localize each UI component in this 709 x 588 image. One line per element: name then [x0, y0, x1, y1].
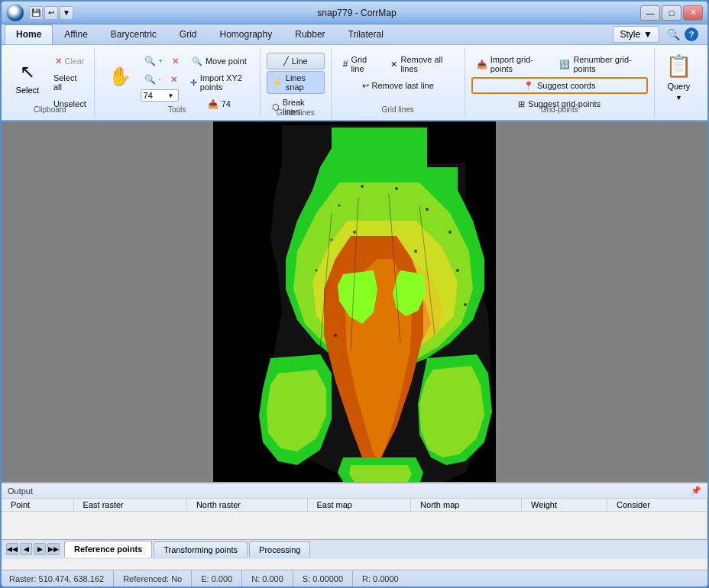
tab-nav-first[interactable]: ◀◀ [6, 543, 18, 555]
svg-point-32 [471, 338, 474, 341]
tab-trilateral[interactable]: Trilateral [337, 24, 395, 44]
suggest-coords-icon: 📍 [523, 81, 534, 91]
help-icon[interactable]: ? [685, 27, 698, 41]
status-referenced: Referenced: No [114, 570, 192, 586]
lines-snap-icon: ⚡ [272, 78, 283, 88]
remove-last-icon: ↩ [362, 81, 369, 91]
suggest-coords-button[interactable]: 📍 Suggest coords [471, 77, 648, 94]
svg-point-30 [316, 270, 318, 272]
save-icon[interactable]: 💾 [29, 6, 43, 20]
select-all-button[interactable]: Select all [48, 71, 92, 94]
query-button[interactable]: 📋 Query ▼ [659, 50, 699, 105]
tab-nav-last[interactable]: ▶▶ [47, 543, 60, 555]
tab-home[interactable]: Home [5, 24, 53, 44]
ribbon-group-guide-lines: ╱ Line ⚡ Lines snap ⬡ Break lines Guide … [261, 48, 332, 120]
tab-nav-next[interactable]: ▶ [34, 543, 46, 555]
content-area [2, 121, 707, 482]
output-panel: Output 📌 Point East raster North raster … [2, 482, 707, 570]
tab-barycentric[interactable]: Barycentric [99, 24, 168, 44]
ribbon-group-tools: ✋ 🔍 + ✕ 🔍 [95, 48, 261, 117]
output-header: Output 📌 [2, 483, 707, 499]
guide-lines-group-label: Guide lines [261, 108, 331, 117]
move-point-button[interactable]: ✛ Import XY2 points [185, 71, 254, 94]
remove-all-lines-button[interactable]: ✕ Remove all lines [385, 53, 458, 76]
line-button[interactable]: ╱ Line [267, 53, 325, 69]
svg-point-28 [331, 239, 333, 241]
pin-icon[interactable]: 📌 [691, 486, 701, 496]
status-bar: Raster: 510.474, 638.162 Referenced: No … [2, 570, 707, 586]
close-button[interactable]: ✕ [683, 5, 703, 21]
hand-tool-button[interactable]: ✋ [101, 50, 139, 103]
lines-snap-button[interactable]: ⚡ Lines snap [267, 71, 325, 94]
zoom-dropdown-icon[interactable]: ▼ [168, 92, 174, 99]
clipboard-group-label: Clipboard [6, 105, 94, 114]
output-table: Point East raster North raster East map … [2, 499, 707, 539]
col-weight: Weight [521, 499, 607, 512]
hand-icon: ✋ [108, 66, 131, 87]
x1-icon: ✕ [172, 57, 179, 66]
col-east-map: East map [307, 499, 411, 512]
col-east-raster: East raster [73, 499, 186, 512]
status-raster: Raster: 510.474, 638.162 [6, 570, 114, 586]
import-grid-points-button[interactable]: 📥 Import grid-points [471, 53, 552, 76]
move-point-label: Import XY2 points [200, 73, 248, 92]
magnifying-glass-label: Move point [206, 57, 247, 66]
tab-grid[interactable]: Grid [168, 24, 209, 44]
grid-line-button[interactable]: # Grid line [338, 53, 383, 76]
app-window: 💾 ↩ ▼ snap779 - CorrMap — □ ✕ Home Affin… [0, 0, 709, 588]
renumber-icon: 🔢 [559, 60, 570, 69]
tab-reference-points[interactable]: Reference points [64, 541, 152, 557]
ribbon-group-clipboard: ↖ Select ✕ Clear Select all Unselect [6, 48, 95, 117]
col-point: Point [2, 499, 73, 512]
status-north: N: 0.000 [242, 570, 293, 586]
svg-marker-22 [349, 465, 412, 482]
ribbon-tabs: Home Affine Barycentric Grid Homography … [2, 24, 707, 45]
maximize-button[interactable]: □ [662, 5, 681, 21]
query-icon: 📋 [665, 53, 692, 79]
app-logo [6, 4, 24, 22]
zoom-box: ▼ [141, 89, 179, 102]
clear-x-icon: ✕ [55, 57, 62, 66]
tab-processing[interactable]: Processing [249, 541, 310, 557]
grid-line-icon: # [343, 59, 348, 69]
zoom-in-icon: 🔍 [144, 56, 156, 66]
zoom-in-button[interactable]: 🔍 + [141, 53, 167, 69]
remove-last-line-button[interactable]: ↩ Remove last line [338, 77, 458, 94]
window-title: snap779 - CorrMap [73, 8, 640, 18]
zoom-out-icon: 🔍 [144, 74, 156, 85]
magnifying-glass-button[interactable]: 🔍 Move point [185, 53, 254, 69]
undo-icon[interactable]: ↩ [44, 6, 58, 20]
tab-transforming-points[interactable]: Transforming points [154, 541, 248, 557]
x1-button[interactable]: ✕ [168, 53, 183, 69]
svg-point-25 [338, 205, 341, 207]
clear-button[interactable]: ✕ Clear [48, 53, 92, 69]
tab-affine[interactable]: Affine [53, 24, 99, 44]
import-grid-points-label: Import grid-points [490, 55, 546, 73]
style-label: Style [620, 29, 640, 40]
style-button[interactable]: Style ▼ [613, 26, 659, 43]
dropdown-icon[interactable]: ▼ [60, 6, 73, 20]
ribbon-group-grid-points: 📥 Import grid-points 🔢 Renumber grid-poi… [465, 48, 655, 117]
col-north-raster: North raster [186, 499, 307, 512]
col-consider: Consider [607, 499, 707, 512]
tab-nav: ◀◀ ◀ ▶ ▶▶ [6, 543, 60, 555]
tab-homography[interactable]: Homography [209, 24, 284, 44]
x2-button[interactable]: ✕ [167, 71, 182, 88]
lines-snap-label: Lines snap [286, 73, 319, 92]
svg-point-31 [464, 303, 467, 306]
minimize-button[interactable]: — [640, 5, 660, 21]
ribbon-group-grid-lines: # Grid line ✕ Remove all lines ↩ Remove … [332, 48, 465, 117]
renumber-grid-points-button[interactable]: 🔢 Renumber grid-points [554, 53, 647, 76]
svg-point-23 [361, 185, 364, 188]
select-label: Select [16, 86, 40, 95]
line-icon: ╱ [283, 57, 289, 66]
remove-last-label: Remove last line [372, 81, 434, 90]
tab-nav-prev[interactable]: ◀ [20, 543, 32, 555]
select-button[interactable]: ↖ Select [8, 50, 47, 103]
zoom-out-button[interactable]: 🔍 - [141, 71, 165, 88]
svg-point-34 [414, 250, 417, 253]
search-ribbon-icon[interactable]: 🔍 [667, 28, 680, 40]
tab-rubber[interactable]: Rubber [283, 24, 336, 44]
status-r: R: 0.0000 [353, 570, 703, 586]
zoom-input[interactable] [144, 91, 167, 100]
